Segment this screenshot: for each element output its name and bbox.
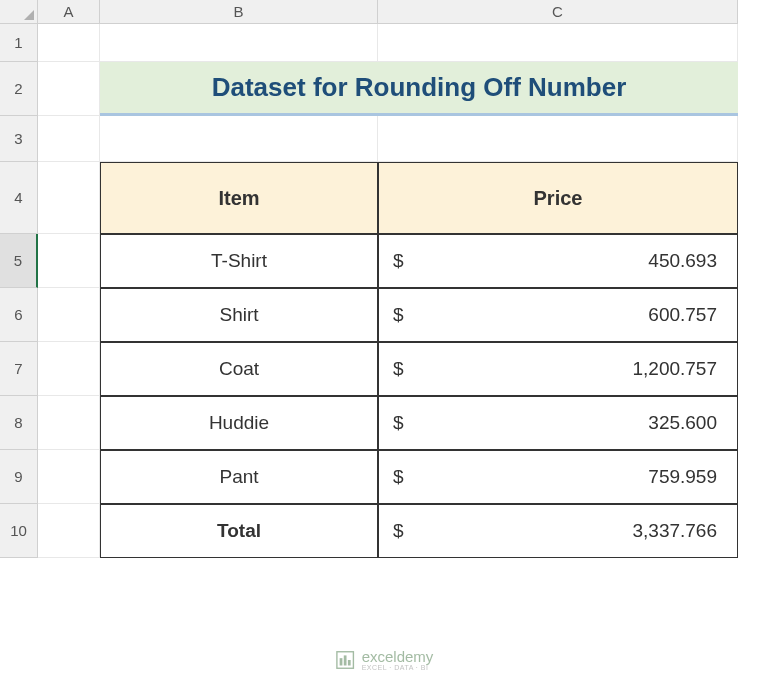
currency-2: $ bbox=[393, 358, 404, 380]
currency-3: $ bbox=[393, 412, 404, 434]
row-header-3[interactable]: 3 bbox=[0, 116, 38, 162]
select-all-corner[interactable] bbox=[0, 0, 38, 24]
price-cell-2[interactable]: $ 1,200.757 bbox=[378, 342, 738, 396]
title-cell[interactable]: Dataset for Rounding Off Number bbox=[100, 62, 738, 116]
watermark-sub: EXCEL · DATA · BI bbox=[362, 664, 434, 671]
total-currency: $ bbox=[393, 520, 404, 542]
cell-c1[interactable] bbox=[378, 24, 738, 62]
row-header-4[interactable]: 4 bbox=[0, 162, 38, 234]
cell-a2[interactable] bbox=[38, 62, 100, 116]
item-cell-3[interactable]: Huddie bbox=[100, 396, 378, 450]
header-price[interactable]: Price bbox=[378, 162, 738, 234]
item-cell-2[interactable]: Coat bbox=[100, 342, 378, 396]
item-cell-0[interactable]: T-Shirt bbox=[100, 234, 378, 288]
price-cell-4[interactable]: $ 759.959 bbox=[378, 450, 738, 504]
price-value-2: 1,200.757 bbox=[632, 358, 717, 380]
spreadsheet-grid: A B C 1 2 Dataset for Rounding Off Numbe… bbox=[0, 0, 767, 558]
row-header-8[interactable]: 8 bbox=[0, 396, 38, 450]
total-label-cell[interactable]: Total bbox=[100, 504, 378, 558]
cell-a7[interactable] bbox=[38, 342, 100, 396]
cell-a10[interactable] bbox=[38, 504, 100, 558]
cell-b1[interactable] bbox=[100, 24, 378, 62]
total-value: 3,337.766 bbox=[632, 520, 717, 542]
cell-c3[interactable] bbox=[378, 116, 738, 162]
price-cell-1[interactable]: $ 600.757 bbox=[378, 288, 738, 342]
row-header-2[interactable]: 2 bbox=[0, 62, 38, 116]
cell-b3[interactable] bbox=[100, 116, 378, 162]
row-header-10[interactable]: 10 bbox=[0, 504, 38, 558]
row-header-1[interactable]: 1 bbox=[0, 24, 38, 62]
price-value-3: 325.600 bbox=[648, 412, 717, 434]
row-header-6[interactable]: 6 bbox=[0, 288, 38, 342]
cell-a8[interactable] bbox=[38, 396, 100, 450]
cell-a6[interactable] bbox=[38, 288, 100, 342]
cell-a4[interactable] bbox=[38, 162, 100, 234]
col-header-b[interactable]: B bbox=[100, 0, 378, 24]
item-cell-1[interactable]: Shirt bbox=[100, 288, 378, 342]
currency-4: $ bbox=[393, 466, 404, 488]
header-item[interactable]: Item bbox=[100, 162, 378, 234]
cell-a1[interactable] bbox=[38, 24, 100, 62]
col-header-a[interactable]: A bbox=[38, 0, 100, 24]
col-header-c[interactable]: C bbox=[378, 0, 738, 24]
currency-0: $ bbox=[393, 250, 404, 272]
cell-a9[interactable] bbox=[38, 450, 100, 504]
watermark: exceldemy EXCEL · DATA · BI bbox=[334, 649, 434, 671]
currency-1: $ bbox=[393, 304, 404, 326]
price-cell-0[interactable]: $ 450.693 bbox=[378, 234, 738, 288]
cell-a5[interactable] bbox=[38, 234, 100, 288]
item-cell-4[interactable]: Pant bbox=[100, 450, 378, 504]
price-value-1: 600.757 bbox=[648, 304, 717, 326]
cell-a3[interactable] bbox=[38, 116, 100, 162]
price-cell-3[interactable]: $ 325.600 bbox=[378, 396, 738, 450]
svg-rect-2 bbox=[343, 655, 346, 665]
row-header-5[interactable]: 5 bbox=[0, 234, 38, 288]
svg-rect-1 bbox=[339, 658, 342, 665]
price-value-0: 450.693 bbox=[648, 250, 717, 272]
svg-rect-3 bbox=[347, 660, 350, 666]
watermark-icon bbox=[334, 649, 356, 671]
row-header-7[interactable]: 7 bbox=[0, 342, 38, 396]
price-value-4: 759.959 bbox=[648, 466, 717, 488]
watermark-text: exceldemy EXCEL · DATA · BI bbox=[362, 649, 434, 671]
watermark-main: exceldemy bbox=[362, 649, 434, 664]
row-header-9[interactable]: 9 bbox=[0, 450, 38, 504]
total-price-cell[interactable]: $ 3,337.766 bbox=[378, 504, 738, 558]
